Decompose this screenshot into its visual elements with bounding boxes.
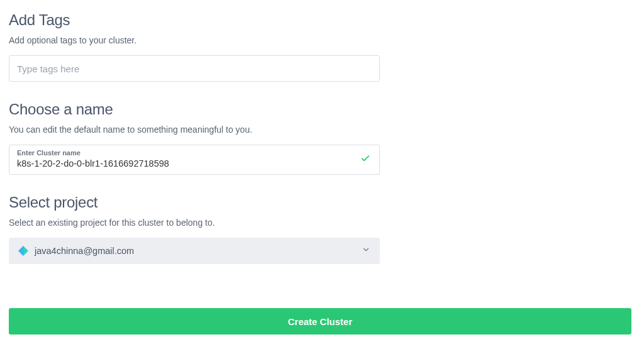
add-tags-desc: Add optional tags to your cluster.	[9, 35, 631, 45]
cluster-name-field[interactable]: Enter Cluster name	[9, 145, 380, 175]
cluster-name-input[interactable]	[17, 158, 372, 169]
choose-name-title: Choose a name	[9, 101, 631, 118]
project-icon	[18, 246, 28, 256]
svg-marker-1	[23, 246, 28, 256]
add-tags-title: Add Tags	[9, 11, 631, 29]
cluster-name-label: Enter Cluster name	[17, 149, 372, 157]
checkmark-icon	[360, 153, 370, 166]
create-cluster-button[interactable]: Create Cluster	[9, 308, 631, 335]
select-project-title: Select project	[9, 194, 631, 211]
add-tags-section: Add Tags Add optional tags to your clust…	[9, 11, 631, 82]
select-project-section: Select project Select an existing projec…	[9, 194, 631, 264]
chevron-down-icon	[362, 245, 370, 257]
choose-name-section: Choose a name You can edit the default n…	[9, 101, 631, 175]
select-project-desc: Select an existing project for this clus…	[9, 218, 631, 228]
choose-name-desc: You can edit the default name to somethi…	[9, 124, 631, 135]
tags-input[interactable]	[9, 55, 380, 82]
project-selected-label: java4chinna@gmail.com	[35, 246, 362, 256]
project-dropdown[interactable]: java4chinna@gmail.com	[9, 238, 380, 264]
svg-marker-0	[18, 246, 23, 256]
